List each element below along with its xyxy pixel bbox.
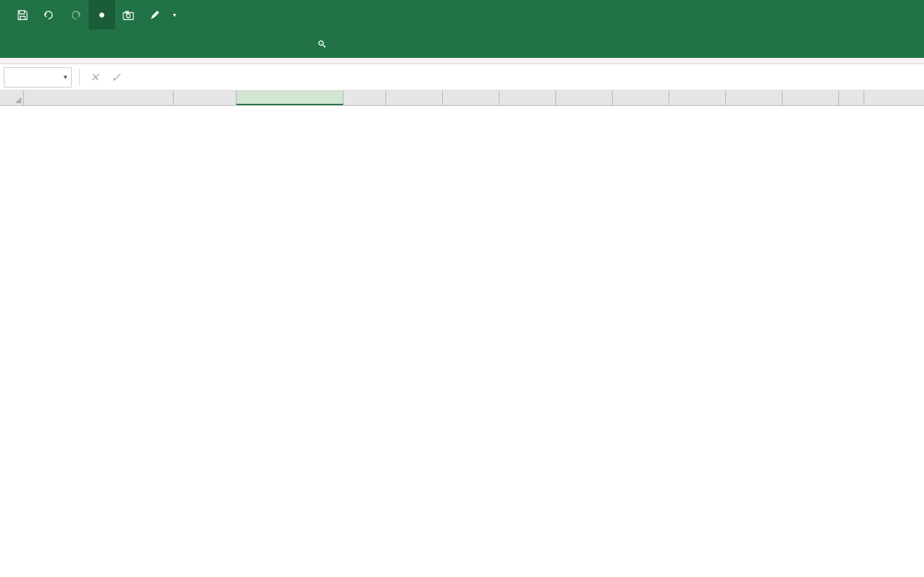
col-header-i[interactable] (499, 91, 556, 105)
tab-view[interactable] (200, 43, 228, 58)
tell-me-search[interactable]: 🔍︎ (311, 31, 338, 58)
tab-pagelayout[interactable] (89, 43, 117, 58)
qat-customize-icon[interactable]: ▾ (168, 0, 181, 30)
tab-addins[interactable] (255, 43, 283, 58)
redo-icon[interactable] (62, 0, 89, 30)
name-box-dropdown-icon[interactable]: ▼ (62, 74, 69, 81)
col-header-h[interactable] (443, 91, 499, 105)
svg-point-1 (126, 14, 130, 18)
tab-file[interactable] (6, 43, 34, 58)
col-header-l[interactable] (669, 91, 726, 105)
undo-icon[interactable] (36, 0, 62, 30)
brush-icon[interactable] (142, 0, 168, 30)
ribbon-tabs: 🔍︎ (0, 30, 924, 58)
col-header-f[interactable] (343, 91, 386, 105)
tab-review[interactable] (172, 43, 200, 58)
col-header-j[interactable] (556, 91, 613, 105)
record-icon[interactable]: ● (89, 0, 115, 30)
titlebar: ● ▾ (0, 0, 924, 30)
cancel-icon[interactable]: ✕ (84, 67, 105, 87)
tab-home[interactable] (34, 43, 62, 58)
formula-bar: ▼ ✕ ✓ (0, 64, 924, 91)
quick-access-toolbar: ● ▾ (0, 0, 181, 30)
tab-formulas[interactable] (117, 43, 145, 58)
fx-icon[interactable] (126, 67, 148, 87)
column-headers (0, 91, 924, 106)
col-header-g[interactable] (386, 91, 443, 105)
spreadsheet-grid (0, 91, 924, 106)
col-header-e[interactable] (237, 91, 343, 105)
search-icon: 🔍︎ (317, 39, 327, 50)
col-header-n[interactable] (782, 91, 839, 105)
save-icon[interactable] (9, 0, 36, 30)
select-all-button[interactable] (0, 91, 24, 105)
tab-help[interactable] (283, 43, 311, 58)
col-header-m[interactable] (726, 91, 782, 105)
col-header-k[interactable] (613, 91, 669, 105)
ribbon-strip (0, 58, 924, 64)
divider (79, 69, 80, 86)
camera-icon[interactable] (115, 0, 142, 30)
col-header-o[interactable] (839, 91, 864, 105)
col-header-d[interactable] (174, 91, 237, 105)
tab-developer[interactable] (228, 43, 255, 58)
tab-data[interactable] (145, 43, 172, 58)
col-header-c[interactable] (24, 91, 174, 105)
enter-icon[interactable]: ✓ (105, 67, 126, 87)
name-box[interactable]: ▼ (4, 67, 72, 87)
tab-insert[interactable] (62, 43, 89, 58)
